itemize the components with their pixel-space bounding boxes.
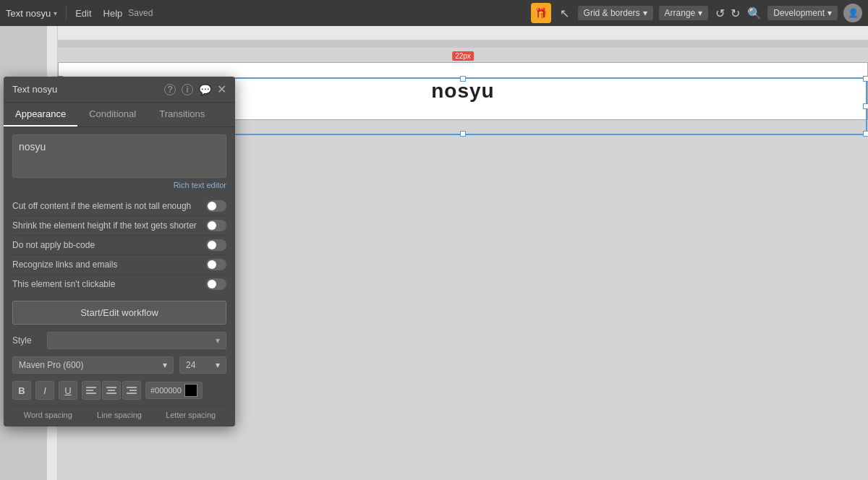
tab-transitions[interactable]: Transitions bbox=[148, 103, 216, 127]
italic-button[interactable]: I bbox=[35, 381, 54, 400]
checkbox-toggle-0[interactable] bbox=[206, 200, 226, 212]
panel-header-icons: ? i 💬 ✕ bbox=[164, 82, 226, 96]
user-avatar[interactable]: 👤 bbox=[843, 4, 862, 22]
dimension-badge-top: 22px bbox=[452, 51, 474, 61]
checkbox-row-1: Shrink the element height if the text ge… bbox=[12, 216, 226, 236]
page-text: nosyu bbox=[431, 80, 494, 103]
align-center-button[interactable] bbox=[102, 381, 121, 400]
menu-edit[interactable]: Edit bbox=[75, 8, 91, 19]
close-icon[interactable]: ✕ bbox=[217, 82, 226, 96]
app-title-text: Text nosyu bbox=[6, 8, 51, 19]
panel-title: Text nosyu bbox=[12, 84, 57, 95]
grid-borders-button[interactable]: Grid & borders ▾ bbox=[578, 6, 653, 20]
style-row: Style ▾ bbox=[12, 332, 226, 349]
line-spacing-label: Line spacing bbox=[84, 411, 156, 419]
font-size-select[interactable]: 24 ▾ bbox=[179, 356, 226, 374]
checkbox-toggle-4[interactable] bbox=[206, 278, 226, 290]
font-family-value: Maven Pro (600) bbox=[19, 360, 83, 370]
arrange-label: Arrange bbox=[665, 8, 696, 18]
workflow-button[interactable]: Start/Edit workflow bbox=[12, 301, 226, 325]
divider-1 bbox=[66, 6, 67, 20]
checkbox-label-1: Shrink the element height if the text ge… bbox=[12, 220, 197, 231]
align-left-icon bbox=[86, 386, 96, 395]
horizontal-ruler bbox=[58, 26, 868, 40]
rich-text-link[interactable]: Rich text editor bbox=[12, 181, 226, 189]
checkbox-toggle-3[interactable] bbox=[206, 259, 226, 270]
app-title[interactable]: Text nosyu ▾ bbox=[6, 8, 57, 19]
align-right-button[interactable] bbox=[122, 381, 141, 400]
panel-header: Text nosyu ? i 💬 ✕ bbox=[4, 77, 235, 103]
topbar: Text nosyu ▾ Edit Help Saved 🎁 ↖ Grid & … bbox=[0, 0, 868, 26]
help-icon[interactable]: ? bbox=[164, 84, 176, 95]
color-picker-button[interactable]: #000000 bbox=[145, 382, 203, 399]
arrange-button[interactable]: Arrange ▾ bbox=[659, 6, 709, 20]
checkbox-label-3: Recognize links and emails bbox=[12, 260, 117, 270]
panel-body: nosyu Rich text editor Cut off content i… bbox=[4, 127, 235, 427]
checkbox-row-3: Recognize links and emails bbox=[12, 255, 226, 275]
align-center-icon bbox=[106, 386, 116, 395]
tab-conditional[interactable]: Conditional bbox=[77, 103, 148, 127]
checkbox-row-0: Cut off content if the element is not ta… bbox=[12, 197, 226, 216]
color-hex-value: #000000 bbox=[150, 386, 182, 395]
color-swatch bbox=[184, 384, 197, 397]
undo-button[interactable]: ↺ bbox=[714, 5, 726, 22]
checkbox-label-4: This element isn't clickable bbox=[12, 279, 115, 289]
dev-mode-chevron: ▾ bbox=[827, 8, 832, 18]
arrange-chevron: ▾ bbox=[698, 8, 702, 18]
spacing-labels-row: Word spacing Line spacing Letter spacing bbox=[12, 406, 226, 419]
canvas-area: 22px 48px nosyu 48px Text nosyu bbox=[0, 26, 868, 480]
style-select[interactable]: ▾ bbox=[47, 332, 226, 349]
saved-status: Saved bbox=[128, 8, 153, 18]
grid-borders-label: Grid & borders bbox=[584, 8, 640, 18]
checkbox-row-2: Do not apply bb-code bbox=[12, 236, 226, 255]
bold-button[interactable]: B bbox=[12, 381, 31, 400]
style-label: Style bbox=[12, 335, 41, 346]
cursor-icon[interactable]: ↖ bbox=[557, 5, 572, 22]
checkbox-list: Cut off content if the element is not ta… bbox=[12, 197, 226, 293]
align-group bbox=[82, 381, 141, 400]
panel-tabs: Appearance Conditional Transitions bbox=[4, 103, 235, 127]
handle-bm[interactable] bbox=[460, 131, 466, 137]
tab-appearance[interactable]: Appearance bbox=[4, 103, 77, 127]
gift-icon[interactable]: 🎁 bbox=[531, 3, 551, 23]
redo-button[interactable]: ↻ bbox=[729, 5, 741, 22]
font-size-value: 24 bbox=[186, 360, 195, 370]
align-left-button[interactable] bbox=[82, 381, 101, 400]
font-row: Maven Pro (600) ▾ 24 ▾ bbox=[12, 356, 226, 374]
font-family-chevron: ▾ bbox=[163, 360, 167, 370]
underline-button[interactable]: U bbox=[59, 381, 77, 400]
checkbox-toggle-1[interactable] bbox=[206, 220, 226, 231]
text-content-input[interactable]: nosyu bbox=[12, 134, 226, 178]
dev-mode-label: Development bbox=[773, 8, 825, 18]
checkbox-label-0: Cut off content if the element is not ta… bbox=[12, 201, 191, 211]
checkbox-toggle-2[interactable] bbox=[206, 239, 226, 251]
align-right-icon bbox=[127, 386, 137, 395]
app-title-chevron: ▾ bbox=[54, 9, 57, 17]
dev-mode-button[interactable]: Development ▾ bbox=[767, 6, 838, 20]
checkbox-label-2: Do not apply bb-code bbox=[12, 240, 95, 250]
grid-borders-chevron: ▾ bbox=[643, 8, 647, 18]
format-row: B I U bbox=[12, 381, 226, 400]
letter-spacing-label: Letter spacing bbox=[155, 411, 226, 419]
word-spacing-label: Word spacing bbox=[12, 411, 84, 419]
info-icon[interactable]: i bbox=[182, 84, 193, 95]
font-size-chevron: ▾ bbox=[216, 360, 220, 370]
chat-icon[interactable]: 💬 bbox=[199, 84, 211, 95]
search-icon[interactable]: 🔍 bbox=[747, 7, 762, 20]
handle-tr[interactable] bbox=[863, 76, 868, 82]
checkbox-row-4: This element isn't clickable bbox=[12, 275, 226, 293]
handle-br[interactable] bbox=[863, 131, 868, 137]
top-menu: Edit Help bbox=[75, 8, 122, 19]
handle-mr[interactable] bbox=[863, 103, 868, 109]
undo-redo-group: ↺ ↻ bbox=[714, 5, 741, 22]
font-family-select[interactable]: Maven Pro (600) ▾ bbox=[12, 356, 174, 374]
properties-panel: Text nosyu ? i 💬 ✕ Appearance Conditiona… bbox=[4, 77, 235, 427]
menu-help[interactable]: Help bbox=[103, 8, 123, 19]
style-chevron-icon: ▾ bbox=[216, 335, 220, 346]
